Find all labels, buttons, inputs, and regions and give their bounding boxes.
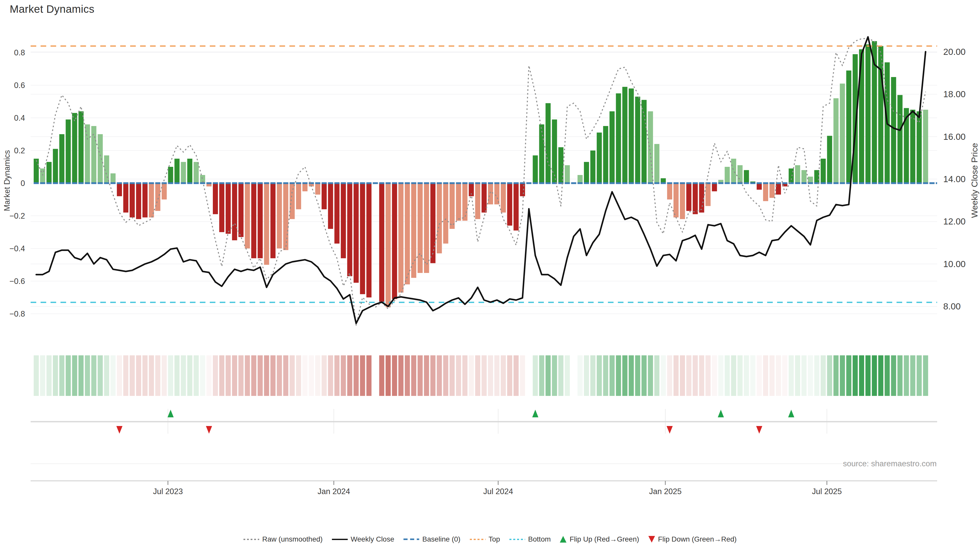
dynamics-bar <box>597 133 602 183</box>
dynamics-bar <box>245 183 250 248</box>
dynamics-bar <box>533 156 538 183</box>
dynamics-bar <box>520 183 525 196</box>
heatmap-cell <box>270 355 275 396</box>
heatmap-cell <box>341 355 346 396</box>
dynamics-bar <box>654 144 659 183</box>
heatmap-cell <box>815 355 819 396</box>
heatmap-cell <box>539 355 544 396</box>
right-tick-label: 18.00 <box>943 89 966 99</box>
dynamics-bar <box>565 165 570 183</box>
heatmap-cell <box>923 355 928 396</box>
heatmap-cell <box>463 355 468 396</box>
heatmap-cell <box>117 355 122 396</box>
up-legend-icon <box>560 536 566 543</box>
dynamics-bar <box>635 97 640 183</box>
right-tick-label: 8.00 <box>943 301 961 311</box>
heatmap-cell <box>680 355 685 396</box>
dynamics-bar <box>578 175 583 183</box>
heatmap-cell <box>782 355 788 396</box>
flip-up-marker <box>788 410 794 417</box>
dynamics-bar <box>609 111 614 183</box>
dynamics-bar <box>744 170 749 183</box>
heatmap-cell <box>219 355 224 396</box>
heatmap-cell <box>226 355 231 396</box>
heatmap-cell <box>654 355 659 396</box>
heatmap-cell <box>904 355 909 396</box>
legend-item-raw[interactable]: Raw (unsmoothed) <box>243 535 323 543</box>
heatmap-cell <box>648 355 653 396</box>
dynamics-bar <box>411 183 416 278</box>
right-tick-label: 12.00 <box>943 216 966 226</box>
legend-item-down[interactable]: Flip Down (Green→Red) <box>648 535 737 543</box>
heatmap-cell <box>65 355 71 396</box>
right-tick-label: 16.00 <box>943 132 966 141</box>
heatmap-cell <box>494 355 500 396</box>
heatmap-cell <box>46 355 52 396</box>
dynamics-bar <box>162 183 167 200</box>
market-dynamics-chart: Jul 2023Jan 2024Jul 2024Jan 2025Jul 2025… <box>0 0 980 551</box>
legend-label: Weekly Close <box>351 535 394 543</box>
heatmap-cell <box>398 355 404 396</box>
dynamics-bar <box>40 168 45 183</box>
legend-item-top[interactable]: Top <box>469 535 500 543</box>
heatmap-cell <box>469 355 474 396</box>
dynamics-bar <box>53 149 58 183</box>
x-tick-label: Jan 2025 <box>649 487 682 496</box>
heatmap-cell <box>872 355 877 396</box>
heatmap-cell <box>597 355 602 396</box>
heatmap-cell <box>731 355 736 396</box>
heatmap-cell <box>584 355 589 396</box>
heatmap-cell <box>78 355 83 396</box>
dynamics-bar <box>865 44 870 183</box>
heatmap-cell <box>85 355 90 396</box>
heatmap-cell <box>917 355 922 396</box>
heatmap-cell <box>53 355 58 396</box>
flip-down-marker <box>206 426 212 433</box>
dynamics-bar <box>405 183 410 284</box>
dynamics-bar <box>123 183 128 213</box>
dynamics-bar <box>251 183 256 258</box>
dynamics-bar <box>443 183 448 244</box>
dynamics-bar <box>897 95 902 183</box>
right-tick-label: 10.00 <box>943 259 966 269</box>
heatmap-cell <box>417 355 423 396</box>
source-attribution: source: sharemaestro.com <box>843 459 937 468</box>
dynamics-bar <box>463 183 468 221</box>
dynamics-bar <box>603 126 608 183</box>
heatmap-cell <box>558 355 563 396</box>
flip-up-marker <box>532 410 538 417</box>
heatmap-cell <box>910 355 915 396</box>
dynamics-bar <box>667 183 672 200</box>
legend-item-up[interactable]: Flip Up (Red→Green) <box>560 535 639 543</box>
dynamics-bar <box>283 183 288 250</box>
legend-item-bottom[interactable]: Bottom <box>509 535 551 543</box>
dynamics-bar <box>142 183 148 218</box>
heatmap-cell <box>104 355 109 396</box>
legend-item-baseline[interactable]: Baseline (0) <box>404 535 460 543</box>
heatmap-cell <box>808 355 813 396</box>
dynamics-bar <box>763 183 768 201</box>
heatmap-cell <box>609 355 614 396</box>
dynamics-bar <box>584 162 589 183</box>
heatmap-cell <box>207 355 212 396</box>
heatmap-cell <box>187 355 192 396</box>
heatmap-cell <box>718 355 723 396</box>
heatmap-cell <box>641 355 647 396</box>
dynamics-bar <box>789 168 794 183</box>
left-tick-label: 0.8 <box>14 48 25 57</box>
dynamics-bar <box>110 173 116 183</box>
dynamics-bar <box>437 183 442 253</box>
legend-item-close[interactable]: Weekly Close <box>332 535 394 543</box>
dynamics-bar <box>417 183 423 273</box>
dynamics-bar <box>296 183 301 209</box>
heatmap-cell <box>91 355 97 396</box>
heatmap-cell <box>590 355 595 396</box>
dynamics-bar <box>398 183 404 292</box>
heatmap-cell <box>891 355 896 396</box>
dynamics-bar <box>175 159 180 183</box>
dynamics-bar <box>232 183 237 240</box>
heatmap-cell <box>853 355 858 396</box>
heatmap-cell <box>501 355 506 396</box>
heatmap-cell <box>834 355 838 396</box>
dynamics-bar <box>290 183 295 219</box>
